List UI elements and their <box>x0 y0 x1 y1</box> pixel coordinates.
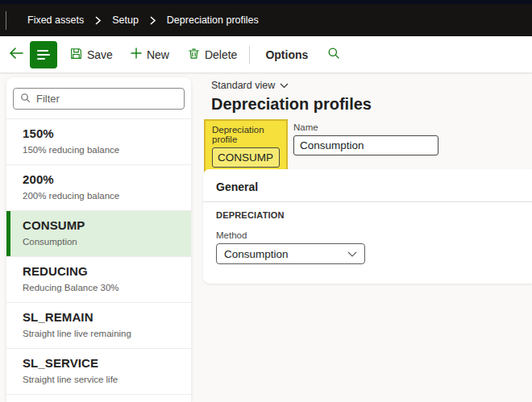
highlighted-field-callout: Depreciation profile <box>204 119 288 176</box>
action-toolbar: Save New Delete Options <box>0 36 532 73</box>
toolbar-divider <box>249 46 250 64</box>
item-subtitle: Straight line service life <box>23 375 186 384</box>
delete-label: Delete <box>205 48 237 61</box>
page-content: 150% 150% reducing balance 200% 200% red… <box>0 73 532 402</box>
item-subtitle: Straight line live remaining <box>23 329 186 338</box>
name-input[interactable] <box>293 135 438 155</box>
details-pane: Standard view Depreciation profiles Depr… <box>202 73 532 402</box>
item-subtitle: Consumption <box>23 237 186 247</box>
list-item-150[interactable]: 150% 150% reducing balance <box>6 119 191 165</box>
breadcrumb: Fixed assets Setup Depreciation profiles <box>0 4 532 36</box>
save-button[interactable]: Save <box>70 48 113 62</box>
item-subtitle: Reducing Balance 30% <box>23 283 186 292</box>
chevron-down-icon <box>280 80 289 91</box>
item-title: 150% <box>23 126 186 140</box>
trash-icon <box>188 48 200 62</box>
depreciation-profile-label: Depreciation profile <box>212 125 280 144</box>
new-button[interactable]: New <box>131 48 169 61</box>
breadcrumb-setup[interactable]: Setup <box>112 15 139 26</box>
list-item-reducing[interactable]: REDUCING Reducing Balance 30% <box>6 257 191 303</box>
toolbar-search-button[interactable] <box>324 44 343 66</box>
breadcrumb-fixed-assets[interactable]: Fixed assets <box>27 15 84 26</box>
navigation-pane-toggle-button[interactable] <box>30 41 57 68</box>
item-subtitle: 150% reducing balance <box>23 145 186 155</box>
back-arrow-icon <box>8 47 24 63</box>
chevron-right-icon <box>149 16 156 25</box>
plus-icon <box>131 48 142 61</box>
records-list-panel: 150% 150% reducing balance 200% 200% red… <box>6 77 191 402</box>
name-label: Name <box>293 122 438 132</box>
list-item-200[interactable]: 200% 200% reducing balance <box>6 165 191 211</box>
new-label: New <box>147 48 169 61</box>
general-section-body: DEPRECIATION Method Consumption <box>203 202 532 264</box>
method-selected-value: Consumption <box>224 248 289 260</box>
profiles-list: 150% 150% reducing balance 200% 200% red… <box>6 118 191 395</box>
nav-edge-divider <box>6 11 6 30</box>
view-selector-label: Standard view <box>211 80 275 91</box>
page-title: Depreciation profiles <box>211 95 532 114</box>
filter-input[interactable] <box>36 93 178 105</box>
item-title: REDUCING <box>23 264 186 278</box>
save-label: Save <box>87 48 113 61</box>
search-icon <box>327 47 340 63</box>
header-fields: Depreciation profile Name <box>204 119 532 176</box>
save-icon <box>70 48 82 62</box>
general-section-card: General DEPRECIATION Method Consumption <box>203 169 532 284</box>
method-select[interactable]: Consumption <box>216 243 365 264</box>
list-item-sl-remain[interactable]: SL_REMAIN Straight line live remaining <box>6 303 191 349</box>
hamburger-icon <box>37 50 48 52</box>
list-item-sl-service[interactable]: SL_SERVICE Straight line service life <box>6 349 191 395</box>
general-section-header[interactable]: General <box>203 169 532 202</box>
item-title: SL_REMAIN <box>23 310 186 324</box>
method-label: Method <box>216 230 519 240</box>
item-title: CONSUMP <box>23 218 186 232</box>
options-menu-button[interactable]: Options <box>260 45 313 64</box>
name-field: Name <box>293 119 438 155</box>
view-selector[interactable]: Standard view <box>211 80 289 91</box>
back-button[interactable] <box>8 47 24 63</box>
item-title: SL_SERVICE <box>23 356 186 370</box>
delete-button[interactable]: Delete <box>188 48 237 62</box>
breadcrumb-depreciation-profiles[interactable]: Depreciation profiles <box>167 15 259 26</box>
chevron-right-icon <box>94 16 102 25</box>
list-item-consump-selected[interactable]: CONSUMP Consumption <box>6 211 191 257</box>
filter-search-icon <box>20 92 31 106</box>
item-subtitle: 200% reducing balance <box>23 191 186 201</box>
list-filter <box>13 88 185 110</box>
chevron-down-icon <box>347 248 357 260</box>
depreciation-profile-input[interactable] <box>212 147 280 168</box>
item-title: 200% <box>23 172 186 186</box>
depreciation-group-label: DEPRECIATION <box>216 210 519 220</box>
